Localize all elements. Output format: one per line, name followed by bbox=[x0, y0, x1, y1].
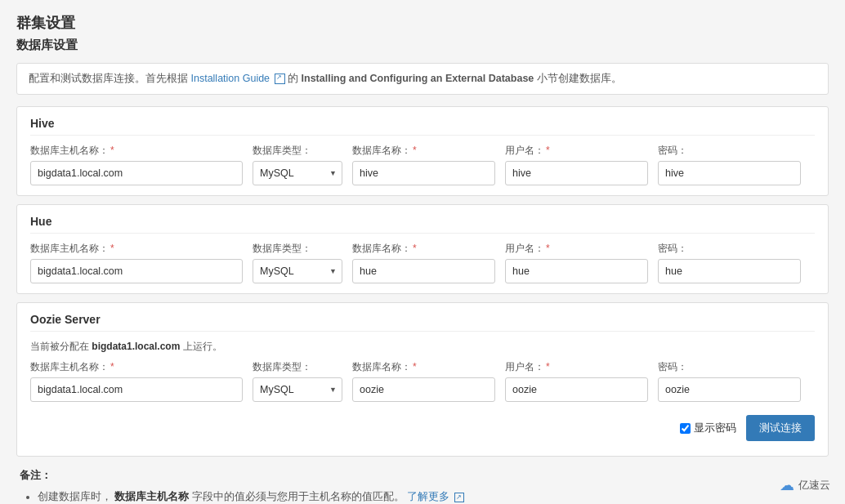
hue-username-group: 用户名：* bbox=[505, 242, 648, 283]
oozie-form-row: 数据库主机名称：* 数据库类型： MySQL PostgreSQL Oracle… bbox=[30, 360, 815, 402]
page-container: 群集设置 数据库设置 配置和测试数据库连接。首先根据 Installation … bbox=[0, 0, 845, 504]
hue-username-input[interactable] bbox=[505, 259, 648, 283]
hue-dbname-group: 数据库名称：* bbox=[352, 242, 495, 283]
info-box: 配置和测试数据库连接。首先根据 Installation Guide 的 Ins… bbox=[16, 63, 829, 95]
notes-list: 创建数据库时， 数据库主机名称 字段中的值必须与您用于主机名称的值匹配。 了解更… bbox=[20, 488, 825, 504]
notes-section: 备注： 创建数据库时， 数据库主机名称 字段中的值必须与您用于主机名称的值匹配。… bbox=[16, 468, 829, 504]
hive-type-group: 数据库类型： MySQL PostgreSQL Oracle bbox=[253, 144, 342, 185]
oozie-type-label: 数据库类型： bbox=[253, 360, 342, 374]
hue-section-title: Hue bbox=[30, 215, 815, 234]
watermark: ☁ 亿速云 bbox=[780, 476, 830, 494]
oozie-section: Oozie Server 当前被分配在 bigdata1.local.com 上… bbox=[16, 302, 829, 457]
hue-host-group: 数据库主机名称：* bbox=[30, 242, 243, 283]
info-text-bold: Installing and Configuring an External D… bbox=[302, 73, 534, 84]
hue-dbname-label: 数据库名称：* bbox=[352, 242, 495, 256]
show-password-checkbox[interactable] bbox=[680, 423, 691, 434]
hue-password-input[interactable] bbox=[658, 259, 801, 283]
oozie-note: 当前被分配在 bigdata1.local.com 上运行。 bbox=[30, 340, 815, 354]
note1-mid: 字段中的值必须与您用于主机名称的值匹配。 bbox=[192, 491, 405, 502]
oozie-username-input[interactable] bbox=[505, 377, 648, 402]
info-text-pre: 配置和测试数据库连接。首先根据 bbox=[29, 73, 188, 84]
hive-section: Hive 数据库主机名称：* 数据库类型： MySQL PostgreSQL O… bbox=[16, 106, 829, 196]
oozie-host-input[interactable] bbox=[30, 377, 243, 402]
page-title: 群集设置 bbox=[16, 13, 829, 33]
hive-section-title: Hive bbox=[30, 117, 815, 136]
oozie-username-label: 用户名：* bbox=[505, 360, 648, 374]
note1-bold: 数据库主机名称 bbox=[114, 491, 189, 502]
info-text-post: 小节创建数据库。 bbox=[537, 73, 622, 84]
hive-host-label: 数据库主机名称：* bbox=[30, 144, 243, 158]
hive-dbname-label: 数据库名称：* bbox=[352, 144, 495, 158]
show-password-label[interactable]: 显示密码 bbox=[680, 421, 736, 435]
oozie-type-group: 数据库类型： MySQL PostgreSQL Oracle bbox=[253, 360, 342, 402]
cloud-icon: ☁ bbox=[780, 476, 794, 494]
hive-username-group: 用户名：* bbox=[505, 144, 648, 185]
hue-password-group: 密码： bbox=[658, 242, 801, 283]
hive-type-label: 数据库类型： bbox=[253, 144, 342, 158]
hive-dbname-group: 数据库名称：* bbox=[352, 144, 495, 185]
test-connection-button[interactable]: 测试连接 bbox=[746, 415, 815, 441]
section-title: 数据库设置 bbox=[16, 38, 829, 53]
show-password-text: 显示密码 bbox=[694, 421, 736, 435]
hue-dbname-input[interactable] bbox=[352, 259, 495, 283]
hue-form-row: 数据库主机名称：* 数据库类型： MySQL PostgreSQL Oracle… bbox=[30, 242, 815, 283]
oozie-note-host: bigdata1.local.com bbox=[92, 341, 180, 352]
hive-host-input[interactable] bbox=[30, 161, 243, 185]
oozie-type-select-wrapper: MySQL PostgreSQL Oracle bbox=[253, 377, 342, 402]
notes-title: 备注： bbox=[20, 468, 825, 483]
oozie-dbname-input[interactable] bbox=[352, 377, 495, 402]
oozie-host-group: 数据库主机名称：* bbox=[30, 360, 243, 402]
hue-type-group: 数据库类型： MySQL PostgreSQL Oracle bbox=[253, 242, 342, 283]
oozie-username-group: 用户名：* bbox=[505, 360, 648, 402]
hue-type-select-wrapper: MySQL PostgreSQL Oracle bbox=[253, 259, 342, 283]
hive-dbname-input[interactable] bbox=[352, 161, 495, 185]
hive-type-select-wrapper: MySQL PostgreSQL Oracle bbox=[253, 161, 342, 185]
info-text-mid: 的 bbox=[288, 73, 298, 84]
oozie-password-label: 密码： bbox=[658, 360, 801, 374]
learn-more-link[interactable]: 了解更多 ↗ bbox=[407, 491, 463, 502]
note-item-1: 创建数据库时， 数据库主机名称 字段中的值必须与您用于主机名称的值匹配。 了解更… bbox=[38, 488, 825, 504]
hue-username-label: 用户名：* bbox=[505, 242, 648, 256]
hive-type-select[interactable]: MySQL PostgreSQL Oracle bbox=[253, 161, 342, 185]
hive-username-label: 用户名：* bbox=[505, 144, 648, 158]
hue-host-label: 数据库主机名称：* bbox=[30, 242, 243, 256]
oozie-section-title: Oozie Server bbox=[30, 313, 815, 332]
hue-host-input[interactable] bbox=[30, 259, 243, 283]
actions-row: 显示密码 测试连接 bbox=[30, 410, 815, 446]
oozie-dbname-label: 数据库名称：* bbox=[352, 360, 495, 374]
hue-type-label: 数据库类型： bbox=[253, 242, 342, 256]
hive-password-label: 密码： bbox=[658, 144, 801, 158]
watermark-text: 亿速云 bbox=[798, 478, 830, 493]
oozie-host-label: 数据库主机名称：* bbox=[30, 360, 243, 374]
oozie-dbname-group: 数据库名称：* bbox=[352, 360, 495, 402]
hive-form-row: 数据库主机名称：* 数据库类型： MySQL PostgreSQL Oracle… bbox=[30, 144, 815, 185]
note1-pre: 创建数据库时， bbox=[38, 491, 112, 502]
hue-password-label: 密码： bbox=[658, 242, 801, 256]
installation-guide-link[interactable]: Installation Guide bbox=[190, 73, 288, 84]
hive-host-group: 数据库主机名称：* bbox=[30, 144, 243, 185]
hive-username-input[interactable] bbox=[505, 161, 648, 185]
oozie-password-group: 密码： bbox=[658, 360, 801, 402]
hue-section: Hue 数据库主机名称：* 数据库类型： MySQL PostgreSQL Or… bbox=[16, 204, 829, 294]
hue-type-select[interactable]: MySQL PostgreSQL Oracle bbox=[253, 259, 342, 283]
oozie-type-select[interactable]: MySQL PostgreSQL Oracle bbox=[253, 377, 342, 402]
hive-password-group: 密码： bbox=[658, 144, 801, 185]
external-link-icon bbox=[275, 74, 285, 84]
hive-password-input[interactable] bbox=[658, 161, 801, 185]
oozie-password-input[interactable] bbox=[658, 377, 801, 402]
learn-more-icon: ↗ bbox=[454, 493, 464, 502]
